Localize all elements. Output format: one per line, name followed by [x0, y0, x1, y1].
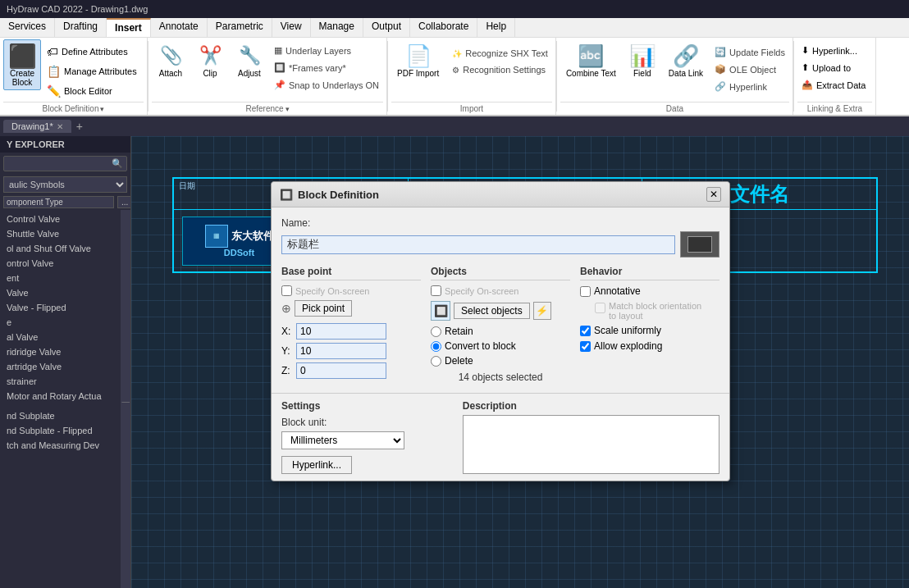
attach-button[interactable]: 📎 Attach	[152, 39, 190, 81]
objects-specify-label: Specify On-screen	[445, 286, 518, 296]
annotative-checkbox[interactable]	[580, 286, 591, 297]
combine-text-button[interactable]: 🔤 Combine Text	[560, 39, 622, 81]
tab-parametric[interactable]: Parametric	[208, 18, 272, 37]
upload-to-button[interactable]: ⬆ Upload to	[797, 60, 855, 75]
sidebar-item-nd-subplate[interactable]: nd Subplate	[0, 408, 121, 423]
select-objects-button[interactable]: Select objects	[454, 303, 530, 319]
name-input[interactable]	[281, 235, 675, 254]
base-point-specify-checkbox[interactable]	[281, 285, 292, 296]
objects-count: 14 objects selected	[431, 371, 570, 383]
linking-group-label: Linking & Extra	[797, 102, 872, 113]
component-type-input[interactable]	[3, 196, 114, 208]
document-tab[interactable]: Drawing1* ✕	[3, 120, 71, 133]
library-filter-select[interactable]: aulic Symbols	[3, 176, 127, 193]
sidebar-item-measuring-dev[interactable]: tch and Measuring Dev	[0, 438, 121, 453]
x-input[interactable]	[296, 323, 386, 340]
download-to-label: Hyperlink...	[812, 46, 857, 56]
snap-underlays-button[interactable]: 📌 Snap to Underlays ON	[270, 77, 383, 93]
logo-text1: 东大软件	[231, 229, 274, 244]
download-to-button[interactable]: ⬇ Hyperlink...	[797, 43, 861, 58]
tab-collaborate[interactable]: Collaborate	[410, 18, 477, 37]
recognition-settings-icon: ⚙	[452, 66, 459, 75]
tab-drafting[interactable]: Drafting	[55, 18, 107, 37]
sidebar-item-ent[interactable]: ent	[0, 271, 121, 285]
dialog-close-button[interactable]: ✕	[706, 187, 721, 202]
sidebar-scrollbar[interactable]: │	[121, 210, 130, 588]
tab-insert[interactable]: Insert	[107, 18, 151, 37]
frames-vary-button[interactable]: 🔲 *Frames vary*	[270, 60, 383, 75]
hyperlink-icon: 🔗	[715, 81, 726, 92]
sidebar-item-control-valve[interactable]: Control Valve	[0, 212, 121, 226]
tab-help[interactable]: Help	[477, 18, 515, 37]
hyperlink-ribbon-button[interactable]: 🔗 Hyperlink	[710, 79, 789, 94]
objects-specify-checkbox[interactable]	[431, 285, 441, 296]
recognize-shx-button[interactable]: ✨ Recognize SHX Text	[448, 46, 552, 61]
quick-select-button[interactable]: ⚡	[533, 302, 551, 320]
dialog-titlebar: 🔲 Block Definition ✕	[272, 182, 729, 207]
combine-text-icon: 🔤	[578, 43, 604, 69]
scale-uniformly-checkbox[interactable]	[580, 326, 591, 336]
behavior-title: Behavior	[580, 266, 719, 280]
block-definition-group-label: Block Definition ▾	[3, 102, 144, 113]
sidebar-item-e[interactable]: e	[0, 315, 121, 330]
clip-button[interactable]: ✂️ Clip	[191, 39, 229, 81]
sidebar-filter-row: aulic Symbols	[3, 176, 127, 193]
sidebar-item-motor-rotary[interactable]: Motor and Rotary Actua	[0, 389, 121, 403]
tab-services[interactable]: Services	[0, 18, 55, 37]
recognition-settings-button[interactable]: ⚙ Recognition Settings	[448, 62, 552, 77]
scale-uniformly-label: Scale uniformly	[594, 325, 661, 336]
define-attributes-button[interactable]: 🏷 Define Attributes	[43, 43, 141, 61]
sidebar-item-shutoff-valve[interactable]: ol and Shut Off Valve	[0, 241, 121, 256]
tab-manage[interactable]: Manage	[311, 18, 363, 37]
data-link-button[interactable]: 🔗 Data Link	[663, 39, 709, 81]
pick-point-button[interactable]: Pick point	[295, 300, 352, 317]
search-input[interactable]	[4, 157, 108, 171]
block-definition-expand-arrow[interactable]: ▾	[100, 105, 104, 113]
ole-object-button[interactable]: 📦 OLE Object	[710, 62, 789, 77]
sidebar-item-control-valve2[interactable]: ontrol Valve	[0, 256, 121, 271]
block-unit-label: Block unit:	[281, 417, 453, 428]
delete-radio[interactable]	[431, 356, 441, 367]
sidebar-item-nd-subplate-flipped[interactable]: nd Subplate - Flipped	[0, 423, 121, 438]
adjust-button[interactable]: 🔧 Adjust	[231, 39, 268, 81]
date-label: 日期	[179, 180, 195, 192]
manage-attr-label: Manage Attributes	[64, 66, 137, 76]
match-orientation-checkbox[interactable]	[595, 303, 605, 313]
retain-radio[interactable]	[431, 326, 441, 337]
delete-label: Delete	[445, 355, 473, 367]
description-input[interactable]	[463, 415, 719, 474]
sidebar-item-ridridge-valve[interactable]: ridridge Valve	[0, 344, 121, 359]
base-point-column: Base point Specify On-screen ⊕ Pick poin…	[281, 266, 421, 383]
recognition-settings-label: Recognition Settings	[463, 65, 546, 75]
tab-view[interactable]: View	[272, 18, 311, 37]
sidebar-item-al-valve[interactable]: al Valve	[0, 330, 121, 344]
manage-attributes-button[interactable]: 📋 Manage Attributes	[43, 62, 141, 80]
tab-output[interactable]: Output	[363, 18, 410, 37]
doc-tab-close-icon[interactable]: ✕	[57, 122, 63, 131]
reference-expand-arrow[interactable]: ▾	[285, 105, 290, 113]
allow-exploding-checkbox[interactable]	[580, 341, 591, 352]
sidebar-item-shuttle-valve[interactable]: Shuttle Valve	[0, 226, 121, 241]
tab-annotate[interactable]: Annotate	[151, 18, 208, 37]
z-input[interactable]	[296, 362, 386, 379]
update-fields-button[interactable]: 🔄 Update Fields	[710, 44, 789, 60]
add-tab-button[interactable]: +	[71, 120, 88, 133]
create-block-button[interactable]: ⬛ Create Block	[3, 39, 41, 90]
component-type-more-button[interactable]: ...	[117, 196, 131, 208]
sidebar-item-valve-flipped[interactable]: Valve - Flipped	[0, 300, 121, 315]
sidebar-item-valve[interactable]: Valve	[0, 285, 121, 300]
sidebar-item-strainer[interactable]: strainer	[0, 374, 121, 389]
block-editor-button[interactable]: ✏️ Block Editor	[43, 82, 141, 100]
convert-to-block-radio[interactable]	[431, 341, 441, 352]
ole-icon: 📦	[715, 64, 726, 75]
underlay-layers-button[interactable]: ▦ Underlay Layers	[270, 43, 383, 58]
hyperlink-button[interactable]: Hyperlink...	[281, 456, 352, 474]
extract-data-button[interactable]: 📤 Extract Data	[797, 77, 870, 93]
y-input[interactable]	[296, 343, 386, 359]
pdf-import-button[interactable]: 📄 PDF Import	[391, 39, 445, 81]
field-button[interactable]: 📊 Field	[624, 39, 661, 81]
doc-tab-label: Drawing1*	[11, 121, 53, 131]
sidebar-item-artridge-valve[interactable]: artridge Valve	[0, 359, 121, 374]
block-unit-select[interactable]: Millimeters Unitless Inches Feet Centime…	[281, 431, 404, 449]
filename-value: 文件名	[730, 181, 789, 207]
